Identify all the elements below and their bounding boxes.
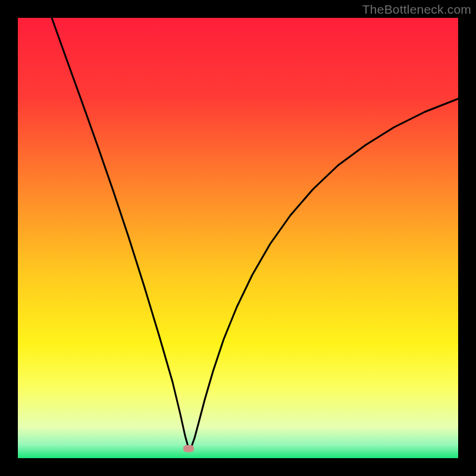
optimum-marker (183, 445, 194, 452)
curve-svg (18, 18, 458, 458)
chart-stage: TheBottleneck.com (0, 0, 476, 476)
attribution-text: TheBottleneck.com (362, 2, 471, 17)
bottleneck-curve (52, 18, 458, 449)
plot-area (18, 18, 458, 458)
